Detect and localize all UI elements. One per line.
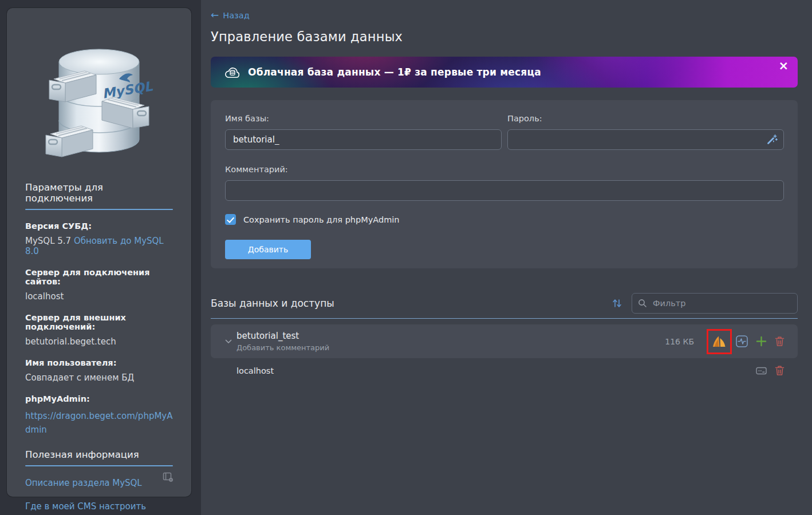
save-password-label: Сохранить пароль для phpMyAdmin <box>243 215 400 224</box>
filter-input[interactable] <box>632 293 798 314</box>
username-label: Имя пользователя: <box>25 358 173 367</box>
external-server-label: Сервер для внешних подключений: <box>25 313 173 331</box>
section-underline <box>25 209 173 210</box>
search-icon <box>638 299 647 310</box>
add-comment-link[interactable]: Добавить комментарий <box>236 343 329 352</box>
access-host: localhost <box>236 366 274 375</box>
cloud-database-icon <box>224 65 241 80</box>
useful-info-title: Полезная информация <box>25 449 173 460</box>
statistics-icon[interactable] <box>736 335 748 347</box>
section-underline <box>25 465 173 466</box>
main-content: ← Назад Управление базами данных Облачна… <box>211 0 798 383</box>
cloud-db-promo-banner[interactable]: Облачная база данных — 1₽ за первые три … <box>211 57 798 88</box>
comment-label: Комментарий: <box>225 165 784 174</box>
add-database-button[interactable]: Добавить <box>225 240 311 259</box>
mysql-illustration: MySQL <box>39 38 159 169</box>
generate-password-wand-icon[interactable] <box>766 134 778 145</box>
delete-access-icon[interactable] <box>775 365 785 376</box>
banner-close-icon[interactable]: × <box>778 60 789 72</box>
db-version-label: Версия СУБД: <box>25 221 173 231</box>
databases-section-title: Базы данных и доступы <box>211 298 334 309</box>
phpmyadmin-link[interactable]: https://dragon.beget.com/phpMyAdmin <box>25 409 173 437</box>
access-row: localhost <box>211 358 798 383</box>
connection-params-title: Параметры для подключения <box>25 182 173 204</box>
banner-text: Облачная база данных — 1₽ за первые три … <box>248 66 541 78</box>
create-database-form: Имя базы: Пароль: <box>211 100 798 268</box>
delete-database-icon[interactable] <box>775 336 785 347</box>
page-title: Управление базами данных <box>211 29 798 44</box>
username-value: Совпадает с именем БД <box>25 373 173 383</box>
cms-mysql-setup-link[interactable]: Где в моей CMS настроить подключение к M… <box>25 500 173 515</box>
database-row: betutorial_test Добавить комментарий 116… <box>211 324 798 358</box>
phpmyadmin-highlight-box <box>707 329 732 354</box>
database-name[interactable]: betutorial_test <box>236 331 329 341</box>
section-divider <box>211 318 798 319</box>
phpmyadmin-label: phpMyAdmin: <box>25 394 173 403</box>
sites-server-value: localhost <box>25 291 173 302</box>
add-access-icon[interactable] <box>756 336 767 347</box>
password-label: Пароль: <box>507 114 784 123</box>
sidebar: MySQL Параметры для подключения Версия С… <box>7 8 191 497</box>
sort-icon[interactable] <box>612 298 622 308</box>
back-link[interactable]: ← Назад <box>211 10 250 20</box>
comment-input[interactable] <box>225 180 784 201</box>
save-password-checkbox-row[interactable]: Сохранить пароль для phpMyAdmin <box>225 214 784 225</box>
save-password-checkbox[interactable] <box>225 214 236 225</box>
database-size: 116 КБ <box>665 337 694 346</box>
db-name-label: Имя базы: <box>225 114 502 123</box>
mysql-database-cabinet-icon: MySQL <box>39 38 159 169</box>
external-server-value: betutorial.beget.tech <box>25 336 173 347</box>
db-name-input[interactable] <box>225 129 502 150</box>
back-arrow-icon: ← <box>211 10 219 20</box>
chevron-down-icon[interactable] <box>225 339 232 344</box>
password-input[interactable] <box>507 129 784 150</box>
db-version-value: MySQL 5.7 Обновить до MySQL 8.0 <box>25 236 173 256</box>
mysql-section-description-link[interactable]: Описание раздела MySQL <box>25 477 173 490</box>
sidebar-settings-icon[interactable] <box>163 472 174 484</box>
change-password-icon[interactable] <box>756 367 767 375</box>
phpmyadmin-icon[interactable] <box>712 335 727 348</box>
sites-server-label: Сервер для подключения сайтов: <box>25 268 173 286</box>
